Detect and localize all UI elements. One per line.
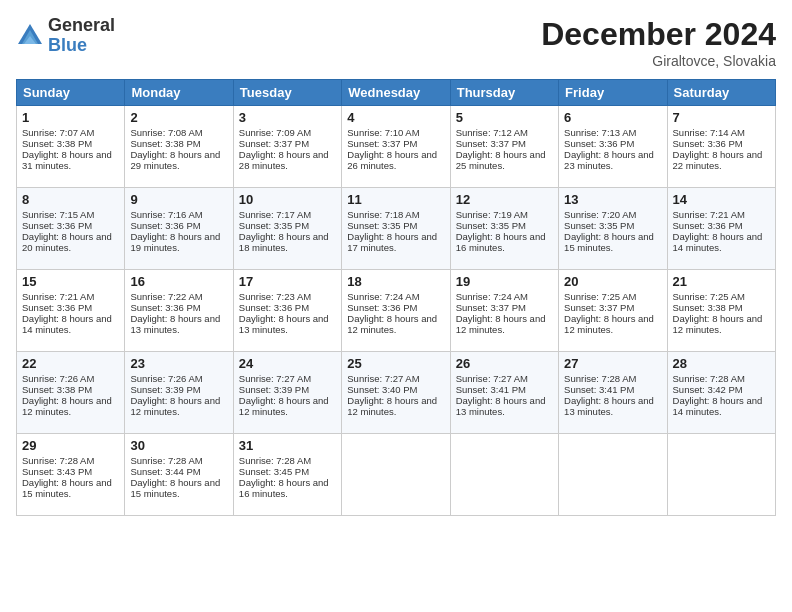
day-number: 27 xyxy=(564,356,661,371)
sunrise-text: Sunrise: 7:20 AM xyxy=(564,209,636,220)
day-number: 16 xyxy=(130,274,227,289)
sunrise-text: Sunrise: 7:26 AM xyxy=(22,373,94,384)
calendar-day-cell: 6Sunrise: 7:13 AMSunset: 3:36 PMDaylight… xyxy=(559,106,667,188)
day-number: 10 xyxy=(239,192,336,207)
calendar-day-cell: 15Sunrise: 7:21 AMSunset: 3:36 PMDayligh… xyxy=(17,270,125,352)
calendar-day-cell: 24Sunrise: 7:27 AMSunset: 3:39 PMDayligh… xyxy=(233,352,341,434)
sunrise-text: Sunrise: 7:07 AM xyxy=(22,127,94,138)
location-subtitle: Giraltovce, Slovakia xyxy=(541,53,776,69)
sunset-text: Sunset: 3:36 PM xyxy=(130,302,200,313)
sunrise-text: Sunrise: 7:21 AM xyxy=(673,209,745,220)
day-of-week-header: Thursday xyxy=(450,80,558,106)
sunset-text: Sunset: 3:39 PM xyxy=(130,384,200,395)
calendar-day-cell: 25Sunrise: 7:27 AMSunset: 3:40 PMDayligh… xyxy=(342,352,450,434)
day-number: 20 xyxy=(564,274,661,289)
sunrise-text: Sunrise: 7:25 AM xyxy=(673,291,745,302)
sunrise-text: Sunrise: 7:14 AM xyxy=(673,127,745,138)
sunset-text: Sunset: 3:36 PM xyxy=(673,138,743,149)
calendar-day-cell: 2Sunrise: 7:08 AMSunset: 3:38 PMDaylight… xyxy=(125,106,233,188)
daylight-text: Daylight: 8 hours and 28 minutes. xyxy=(239,149,329,171)
calendar-day-cell: 17Sunrise: 7:23 AMSunset: 3:36 PMDayligh… xyxy=(233,270,341,352)
sunset-text: Sunset: 3:36 PM xyxy=(564,138,634,149)
sunset-text: Sunset: 3:37 PM xyxy=(456,302,526,313)
sunset-text: Sunset: 3:35 PM xyxy=(456,220,526,231)
daylight-text: Daylight: 8 hours and 16 minutes. xyxy=(239,477,329,499)
sunrise-text: Sunrise: 7:26 AM xyxy=(130,373,202,384)
sunrise-text: Sunrise: 7:21 AM xyxy=(22,291,94,302)
sunset-text: Sunset: 3:36 PM xyxy=(22,302,92,313)
sunset-text: Sunset: 3:40 PM xyxy=(347,384,417,395)
daylight-text: Daylight: 8 hours and 13 minutes. xyxy=(239,313,329,335)
page-header: General Blue December 2024 Giraltovce, S… xyxy=(16,16,776,69)
sunset-text: Sunset: 3:41 PM xyxy=(456,384,526,395)
day-number: 25 xyxy=(347,356,444,371)
sunrise-text: Sunrise: 7:24 AM xyxy=(347,291,419,302)
day-number: 3 xyxy=(239,110,336,125)
sunrise-text: Sunrise: 7:15 AM xyxy=(22,209,94,220)
day-number: 19 xyxy=(456,274,553,289)
day-number: 13 xyxy=(564,192,661,207)
daylight-text: Daylight: 8 hours and 12 minutes. xyxy=(239,395,329,417)
sunrise-text: Sunrise: 7:08 AM xyxy=(130,127,202,138)
calendar-day-cell: 30Sunrise: 7:28 AMSunset: 3:44 PMDayligh… xyxy=(125,434,233,516)
calendar-week-row: 8Sunrise: 7:15 AMSunset: 3:36 PMDaylight… xyxy=(17,188,776,270)
sunset-text: Sunset: 3:36 PM xyxy=(130,220,200,231)
calendar-day-cell: 13Sunrise: 7:20 AMSunset: 3:35 PMDayligh… xyxy=(559,188,667,270)
calendar-table: SundayMondayTuesdayWednesdayThursdayFrid… xyxy=(16,79,776,516)
day-number: 12 xyxy=(456,192,553,207)
daylight-text: Daylight: 8 hours and 20 minutes. xyxy=(22,231,112,253)
day-number: 28 xyxy=(673,356,770,371)
calendar-day-cell: 1Sunrise: 7:07 AMSunset: 3:38 PMDaylight… xyxy=(17,106,125,188)
sunrise-text: Sunrise: 7:28 AM xyxy=(673,373,745,384)
calendar-day-cell: 19Sunrise: 7:24 AMSunset: 3:37 PMDayligh… xyxy=(450,270,558,352)
daylight-text: Daylight: 8 hours and 14 minutes. xyxy=(22,313,112,335)
sunrise-text: Sunrise: 7:28 AM xyxy=(239,455,311,466)
daylight-text: Daylight: 8 hours and 12 minutes. xyxy=(130,395,220,417)
sunrise-text: Sunrise: 7:25 AM xyxy=(564,291,636,302)
calendar-week-row: 29Sunrise: 7:28 AMSunset: 3:43 PMDayligh… xyxy=(17,434,776,516)
calendar-day-cell: 9Sunrise: 7:16 AMSunset: 3:36 PMDaylight… xyxy=(125,188,233,270)
sunrise-text: Sunrise: 7:19 AM xyxy=(456,209,528,220)
calendar-day-cell: 26Sunrise: 7:27 AMSunset: 3:41 PMDayligh… xyxy=(450,352,558,434)
day-of-week-header: Wednesday xyxy=(342,80,450,106)
day-number: 18 xyxy=(347,274,444,289)
sunset-text: Sunset: 3:42 PM xyxy=(673,384,743,395)
calendar-day-cell: 16Sunrise: 7:22 AMSunset: 3:36 PMDayligh… xyxy=(125,270,233,352)
sunrise-text: Sunrise: 7:27 AM xyxy=(456,373,528,384)
calendar-day-cell: 29Sunrise: 7:28 AMSunset: 3:43 PMDayligh… xyxy=(17,434,125,516)
day-number: 30 xyxy=(130,438,227,453)
sunrise-text: Sunrise: 7:28 AM xyxy=(22,455,94,466)
day-number: 17 xyxy=(239,274,336,289)
sunset-text: Sunset: 3:36 PM xyxy=(22,220,92,231)
daylight-text: Daylight: 8 hours and 12 minutes. xyxy=(347,395,437,417)
sunset-text: Sunset: 3:35 PM xyxy=(564,220,634,231)
daylight-text: Daylight: 8 hours and 22 minutes. xyxy=(673,149,763,171)
logo-general: General xyxy=(48,16,115,36)
sunset-text: Sunset: 3:39 PM xyxy=(239,384,309,395)
day-number: 31 xyxy=(239,438,336,453)
daylight-text: Daylight: 8 hours and 15 minutes. xyxy=(22,477,112,499)
title-block: December 2024 Giraltovce, Slovakia xyxy=(541,16,776,69)
sunset-text: Sunset: 3:36 PM xyxy=(239,302,309,313)
day-number: 8 xyxy=(22,192,119,207)
day-of-week-header: Sunday xyxy=(17,80,125,106)
day-number: 21 xyxy=(673,274,770,289)
daylight-text: Daylight: 8 hours and 29 minutes. xyxy=(130,149,220,171)
day-number: 15 xyxy=(22,274,119,289)
day-number: 5 xyxy=(456,110,553,125)
sunrise-text: Sunrise: 7:24 AM xyxy=(456,291,528,302)
sunrise-text: Sunrise: 7:12 AM xyxy=(456,127,528,138)
sunset-text: Sunset: 3:44 PM xyxy=(130,466,200,477)
calendar-header-row: SundayMondayTuesdayWednesdayThursdayFrid… xyxy=(17,80,776,106)
daylight-text: Daylight: 8 hours and 16 minutes. xyxy=(456,231,546,253)
day-number: 14 xyxy=(673,192,770,207)
sunset-text: Sunset: 3:36 PM xyxy=(673,220,743,231)
day-number: 26 xyxy=(456,356,553,371)
calendar-day-cell: 23Sunrise: 7:26 AMSunset: 3:39 PMDayligh… xyxy=(125,352,233,434)
sunrise-text: Sunrise: 7:28 AM xyxy=(130,455,202,466)
sunrise-text: Sunrise: 7:16 AM xyxy=(130,209,202,220)
day-number: 11 xyxy=(347,192,444,207)
calendar-week-row: 1Sunrise: 7:07 AMSunset: 3:38 PMDaylight… xyxy=(17,106,776,188)
sunset-text: Sunset: 3:45 PM xyxy=(239,466,309,477)
day-of-week-header: Saturday xyxy=(667,80,775,106)
